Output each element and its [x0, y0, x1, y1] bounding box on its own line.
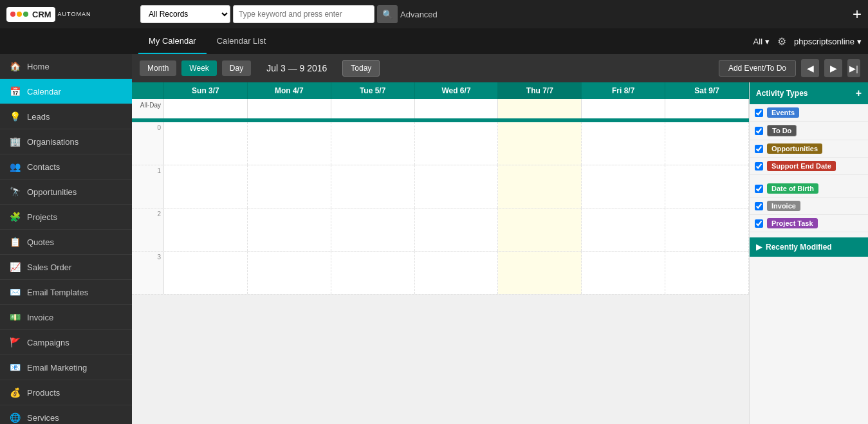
- events-checkbox[interactable]: [755, 109, 763, 117]
- sidebar-item-products[interactable]: 💰 Products: [0, 380, 132, 405]
- week-view-button[interactable]: Week: [181, 60, 216, 76]
- settings-button[interactable]: ⚙: [777, 35, 786, 48]
- allday-cell-fri[interactable]: [582, 99, 665, 118]
- next-arrow[interactable]: ▶: [824, 59, 842, 77]
- time-cell-2-tue[interactable]: [331, 208, 415, 251]
- activity-item-todo: To Do: [750, 122, 868, 140]
- time-cell-3-sat[interactable]: [665, 252, 749, 294]
- sidebar-item-calendar[interactable]: 📅 Calendar: [0, 79, 132, 104]
- time-cell-1-sat[interactable]: [665, 165, 749, 208]
- time-cell-3-fri[interactable]: [582, 252, 665, 294]
- prev-arrow[interactable]: ◀: [801, 59, 819, 77]
- sidebar-item-campaigns[interactable]: 🚩 Campaigns: [0, 330, 132, 355]
- time-cell-0-fri[interactable]: [582, 122, 665, 165]
- organisations-icon: 🏢: [9, 136, 21, 147]
- sidebar-item-organisations[interactable]: 🏢 Organisations: [0, 129, 132, 154]
- allday-cell-sun[interactable]: [164, 99, 248, 118]
- allday-cell-mon[interactable]: [248, 99, 331, 118]
- sidebar-item-salesorder[interactable]: 📈 Sales Order: [0, 255, 132, 280]
- allday-cell-tue[interactable]: [331, 99, 415, 118]
- tab-my-calendar[interactable]: My Calendar: [138, 28, 207, 54]
- time-cell-2-wed[interactable]: [415, 208, 499, 251]
- time-cell-2-mon[interactable]: [248, 208, 331, 251]
- time-cell-0-tue[interactable]: [331, 122, 415, 165]
- support-checkbox[interactable]: [755, 162, 763, 171]
- activity-item-support: Support End Date: [750, 158, 868, 175]
- invoice-badge[interactable]: Invoice: [767, 201, 800, 211]
- time-label-3: 3: [132, 252, 164, 294]
- dob-checkbox[interactable]: [755, 185, 763, 193]
- time-cell-1-wed[interactable]: [415, 165, 499, 208]
- calendar-toolbar: Month Week Day Jul 3 — 9 2016 Today Add …: [132, 54, 868, 82]
- time-cell-3-thu[interactable]: [498, 252, 582, 294]
- activity-item-opportunities: Opportunities: [750, 140, 868, 158]
- day-view-button[interactable]: Day: [222, 60, 251, 76]
- sidebar-item-services[interactable]: 🌐 Services: [0, 405, 132, 424]
- allday-cell-thu[interactable]: [498, 99, 582, 118]
- dob-badge[interactable]: Date of Birth: [767, 183, 818, 194]
- add-new-button[interactable]: +: [853, 6, 862, 22]
- events-badge[interactable]: Events: [767, 107, 799, 118]
- invoice-checkbox[interactable]: [755, 202, 763, 210]
- sidebar-item-invoice[interactable]: 💵 Invoice: [0, 305, 132, 330]
- last-arrow[interactable]: ▶|: [847, 59, 860, 77]
- sidebar-item-quotes[interactable]: 📋 Quotes: [0, 230, 132, 255]
- time-cell-1-sun[interactable]: [164, 165, 248, 208]
- projecttask-badge[interactable]: Project Task: [767, 218, 818, 228]
- search-input[interactable]: [233, 5, 374, 23]
- support-badge[interactable]: Support End Date: [767, 161, 836, 171]
- time-cell-2-thu[interactable]: [498, 208, 582, 251]
- calendar-grid[interactable]: Sun 3/7 Mon 4/7 Tue 5/7 Wed 6/7 Thu 7/7 …: [132, 82, 749, 424]
- time-cell-0-mon[interactable]: [248, 122, 331, 165]
- month-view-button[interactable]: Month: [140, 60, 176, 76]
- add-activity-type-button[interactable]: +: [856, 88, 862, 99]
- all-dropdown[interactable]: All ▾: [753, 37, 770, 46]
- recently-modified-section[interactable]: ▶ Recently Modified: [750, 237, 868, 257]
- todo-badge[interactable]: To Do: [767, 125, 797, 136]
- search-button[interactable]: 🔍: [377, 5, 398, 23]
- sidebar-item-home[interactable]: 🏠 Home: [0, 54, 132, 79]
- todo-checkbox[interactable]: [755, 127, 763, 135]
- time-cell-2-sat[interactable]: [665, 208, 749, 251]
- allday-cell-sat[interactable]: [665, 99, 749, 118]
- activity-item-projecttask: Project Task: [750, 215, 868, 232]
- time-cell-0-wed[interactable]: [415, 122, 499, 165]
- sidebar-item-opportunities[interactable]: 🔭 Opportunities: [0, 180, 132, 205]
- activity-types-label: Activity Types: [756, 89, 808, 98]
- time-cell-1-fri[interactable]: [582, 165, 665, 208]
- time-cell-3-tue[interactable]: [331, 252, 415, 294]
- projecttask-checkbox[interactable]: [755, 219, 763, 228]
- time-cell-1-mon[interactable]: [248, 165, 331, 208]
- record-type-select[interactable]: All Records: [140, 5, 230, 23]
- sidebar-item-emailmarketing[interactable]: 📧 Email Marketing: [0, 355, 132, 380]
- opportunities-checkbox[interactable]: [755, 145, 763, 153]
- sidebar-item-projects[interactable]: 🧩 Projects: [0, 205, 132, 230]
- time-cell-3-mon[interactable]: [248, 252, 331, 294]
- time-cell-0-sun[interactable]: [164, 122, 248, 165]
- time-cell-2-sun[interactable]: [164, 208, 248, 251]
- user-menu[interactable]: phpscriptsonline ▾: [794, 37, 862, 46]
- sidebar-item-contacts[interactable]: 👥 Contacts: [0, 154, 132, 180]
- col-header-wed: Wed 6/7: [415, 82, 499, 99]
- time-cell-3-sun[interactable]: [164, 252, 248, 294]
- tab-calendar-list[interactable]: Calendar List: [207, 28, 277, 54]
- sidebar-item-leads[interactable]: 💡 Leads: [0, 104, 132, 129]
- time-cell-3-wed[interactable]: [415, 252, 499, 294]
- time-cell-0-sat[interactable]: [665, 122, 749, 165]
- calendar-icon: 📅: [9, 86, 21, 97]
- right-panel: Activity Types + Events To Do Opportunit…: [749, 82, 868, 424]
- add-event-button[interactable]: Add Event/To Do: [719, 60, 796, 77]
- sidebar-item-emailtemplates[interactable]: ✉️ Email Templates: [0, 280, 132, 305]
- calendar-header: Sun 3/7 Mon 4/7 Tue 5/7 Wed 6/7 Thu 7/7 …: [132, 82, 749, 99]
- advanced-link[interactable]: Advanced: [400, 10, 438, 19]
- projects-icon: 🧩: [9, 211, 21, 223]
- emailmarketing-icon: 📧: [9, 362, 21, 373]
- chevron-down-icon: ▾: [765, 37, 770, 46]
- time-cell-2-fri[interactable]: [582, 208, 665, 251]
- allday-cell-wed[interactable]: [415, 99, 499, 118]
- today-button[interactable]: Today: [342, 60, 380, 77]
- opportunities-badge[interactable]: Opportunities: [767, 143, 822, 154]
- time-cell-1-thu[interactable]: [498, 165, 582, 208]
- time-cell-0-thu[interactable]: [498, 122, 582, 165]
- time-cell-1-tue[interactable]: [331, 165, 415, 208]
